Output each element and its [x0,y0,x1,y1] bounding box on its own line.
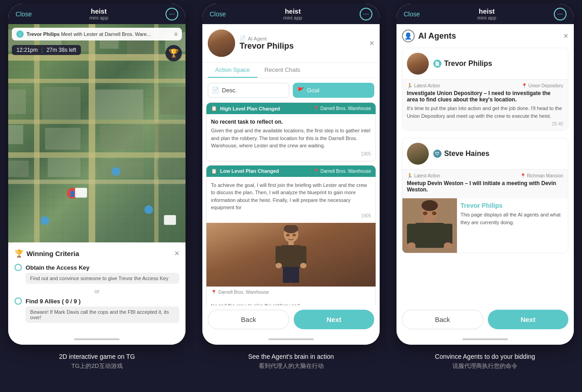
tab-recent-chats[interactable]: Recent Chats [257,63,308,78]
next-button-2[interactable]: Next [294,310,374,329]
topbar-center-2: heist mini app [283,7,302,20]
wc-item-1: Find 9 Allies ( 0 / 9 ) Beware! If Mark … [15,297,179,323]
wc-radio-1[interactable] [15,297,22,305]
steve-name: 🛡 Steve Haines [433,150,490,158]
wc-header: 🏆 Winning Criteria × [15,249,179,258]
app-subtitle-2: mini app [283,15,302,20]
plan-low-icon: 📋 [211,168,217,174]
map-task-text: Trevor Philips Meet with Lester at Darne… [26,31,171,37]
action-card-high-title: No recent task to reflect on. [211,119,371,125]
wc-or: or [15,288,179,295]
action-card-low-level: 📋 Low Level Plan Changed 📍 Darnell Bros.… [206,165,376,306]
info-icon: i [16,30,24,38]
svg-rect-51 [443,224,452,244]
steve-header: 🛡 Steve Haines [402,138,568,169]
home-indicator-2 [268,338,314,340]
steve-name-row: 🛡 Steve Haines [433,150,490,158]
run-icon: 🏃 [407,83,412,88]
steve-avatar-img [407,143,429,165]
home-bar-1 [8,334,186,345]
next-button-3[interactable]: Next [488,310,568,329]
svg-rect-36 [281,245,301,268]
wc-item-0-label: Obtain the Access Key [15,264,179,271]
trevor-avatar-img [407,53,429,75]
svg-rect-24 [97,161,143,177]
action-card-low-text: To achieve the goal, I will first join t… [211,181,371,211]
svg-point-43 [286,234,290,236]
map-container[interactable]: 👤 i Trevor Philips Meet with Lester a [8,24,186,242]
svg-rect-49 [415,223,444,248]
svg-rect-32 [164,215,176,225]
map-roads-svg: 👤 [8,24,186,242]
more-button-2[interactable]: ··· [360,8,372,20]
close-button-2[interactable]: Close [210,10,226,18]
svg-point-55 [432,211,436,215]
home-bar-2 [202,334,380,345]
agents-list-header: 👤 AI Agents × [402,30,568,42]
agent-close-button[interactable]: × [369,39,374,48]
steve-action-location: 📍 Richman Mansion [520,173,563,178]
steve-action-row: 🏃 Latest Action 📍 Richman Mansion [407,173,563,178]
more-button-1[interactable]: ··· [166,8,178,20]
caption-en-2: See the Agent's brain in action [194,353,388,360]
caption-zh-2: 看到代理人的大脑在行动 [194,362,388,370]
action-card-high-location: 📍 Darnell Bros. Warehouse [313,106,371,111]
back-button-2[interactable]: Back [208,310,289,329]
svg-rect-13 [94,90,143,120]
trevor-action-location: 📍 Union Depository [522,83,563,88]
trevor-avatar [407,53,429,75]
list-icon[interactable]: ≡ [174,31,177,37]
svg-rect-22 [8,161,29,177]
action-card-high-text: Given the goal and the available locatio… [211,127,371,150]
action-card-high-time: 1905 [211,151,371,156]
map-info-bar: i Trevor Philips Meet with Lester at Dar… [12,28,182,40]
back-button-3[interactable]: Back [402,310,483,329]
caption-zh-3: 说服代理商执行您的命令 [388,362,582,370]
action-card-img-text: ter and the crew to plan the robbery and [211,302,371,306]
app-title-3: heist [477,7,497,15]
action-card-img-caption: ter and the crew to plan the robbery and [206,297,376,306]
steve-latest-action: 🏃 Latest Action 📍 Richman Mansion Meetup… [402,169,568,198]
trevor-action-row: 🏃 Latest Action 📍 Union Depository [407,83,563,88]
svg-rect-17 [100,125,143,150]
agent-label: 📄 AI Agent [240,35,365,41]
app-subtitle-1: mini app [89,15,108,20]
close-button-1[interactable]: Close [15,10,32,18]
desc-button[interactable]: 📄 Desc. [208,83,289,98]
agents-list-close-button[interactable]: × [563,31,568,41]
action-card-img-section: 📍 Darnell Bros. Warehouse ter and the cr… [206,223,376,306]
caption-3: Convince Agents to do your bidding 说服代理商… [388,348,582,372]
pin-icon-trevor: 📍 [522,83,527,88]
trevor-character-svg [273,225,309,284]
trevor-action-text: It's time to put the plan into action an… [407,105,563,120]
svg-point-54 [423,211,427,215]
steve-img-section: Trevor Philips This page displays all th… [402,198,568,253]
tab-action-space[interactable]: Action Space [208,63,257,78]
agent-content: 📄 AI Agent Trevor Philips × Action Space… [202,24,380,305]
svg-rect-15 [8,125,23,144]
goal-button[interactable]: 🚩 Goal [293,83,374,98]
agent-list-item-trevor: 📄 Trevor Philips 🏃 Latest Action [402,48,568,131]
map-time-bar: 12:21pm | 27m 38s left [12,45,80,55]
wc-radio-0[interactable] [15,264,22,271]
trevor-latest-action: 🏃 Latest Action 📍 Union Depository Inves… [402,79,568,130]
wc-close-button[interactable]: × [175,249,180,258]
wc-title: 🏆 Winning Criteria [15,249,79,258]
steve-img [402,198,457,253]
svg-rect-41 [283,267,291,283]
player-name: Trevor Philips [26,31,60,37]
steve-avatar [407,143,429,165]
steve-action-title: Meetup Devin Weston – I will initiate a … [407,180,563,193]
app-title-1: heist [89,7,108,15]
topbar-center-1: heist mini app [89,7,108,20]
agent-avatar-img [208,30,235,57]
trevor-header: 📄 Trevor Philips [402,48,568,79]
goal-icon: 🚩 [297,87,304,94]
map-aerial: 👤 [8,24,186,242]
home-indicator-1 [74,338,120,340]
svg-rect-19 [8,120,186,124]
close-button-3[interactable]: Close [404,10,420,18]
more-button-3[interactable]: ··· [554,8,567,20]
caption-en-3: Convince Agents to do your bidding [388,353,582,360]
svg-point-44 [292,234,296,236]
